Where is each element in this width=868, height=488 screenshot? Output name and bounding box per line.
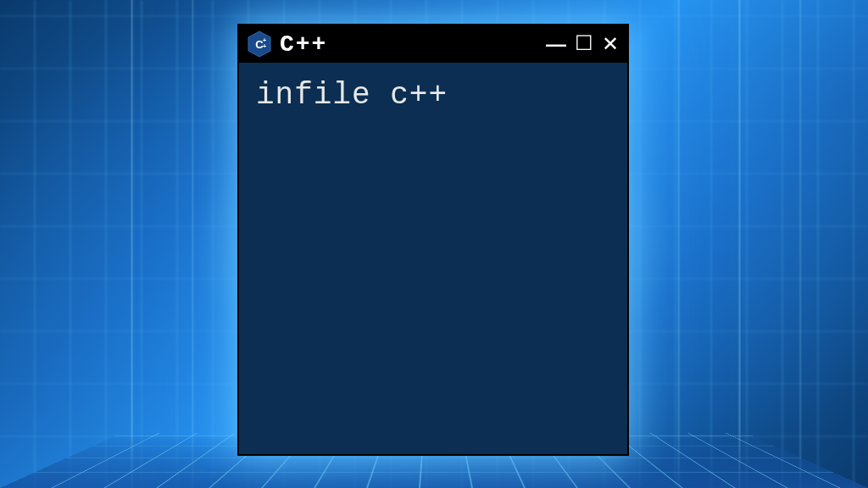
titlebar-left: C + + C++ [248, 30, 327, 58]
svg-text:+: + [263, 37, 266, 43]
terminal-window: C + + C++ — ☐ ✕ infile c++ [237, 24, 629, 456]
minimize-button[interactable]: — [546, 34, 566, 54]
svg-text:+: + [263, 43, 266, 49]
close-button[interactable]: ✕ [602, 34, 619, 54]
terminal-text: infile c++ [256, 78, 448, 113]
window-title: C++ [280, 31, 327, 58]
titlebar[interactable]: C + + C++ — ☐ ✕ [239, 25, 627, 63]
cpp-hex-icon: C + + [248, 30, 271, 58]
terminal-body[interactable]: infile c++ [239, 63, 627, 454]
window-controls: — ☐ ✕ [546, 34, 619, 54]
maximize-button[interactable]: ☐ [575, 33, 593, 53]
